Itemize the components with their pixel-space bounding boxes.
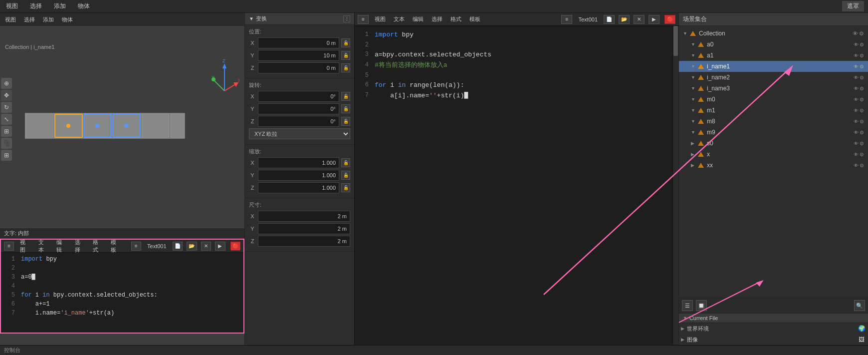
m0-filter-icon[interactable]: ⚙ xyxy=(860,97,864,102)
vp-menu-add[interactable]: 添加 xyxy=(41,15,56,24)
rot-z-lock-icon[interactable]: 🔓 xyxy=(341,117,350,126)
m0-arrow[interactable]: ▼ xyxy=(691,97,697,102)
scale-z-input[interactable] xyxy=(258,182,339,193)
mini-new-icon[interactable]: 📄 xyxy=(173,242,183,251)
mini-menu-format[interactable]: 格式 xyxy=(91,238,105,255)
editor-menu-template[interactable]: 模板 xyxy=(467,14,482,24)
collection-item-i-name2[interactable]: ▼ i_name2 👁 ⚙ xyxy=(679,72,868,83)
top-menu-item-object[interactable]: 物体 xyxy=(76,1,92,11)
rot-y-input[interactable] xyxy=(258,103,339,114)
collection-item-m8[interactable]: ▼ m8 👁 ⚙ xyxy=(679,116,868,127)
x-filter-icon[interactable]: ⚙ xyxy=(860,152,864,157)
rot-x-input[interactable] xyxy=(258,91,339,102)
m9-eye-icon[interactable]: 👁 xyxy=(854,130,859,135)
rot-y-lock-icon[interactable]: 🔓 xyxy=(341,104,350,113)
mini-menu-edit[interactable]: 编辑 xyxy=(54,238,68,255)
m0-eye-icon[interactable]: 👁 xyxy=(854,97,859,102)
m8-arrow[interactable]: ▼ xyxy=(691,119,697,124)
collection-root-item[interactable]: ▼ Collection 👁 ⚙ xyxy=(679,28,868,39)
collection-item-a0[interactable]: ▼ a0 👁 ⚙ xyxy=(679,39,868,50)
iname1-arrow[interactable]: ▼ xyxy=(691,64,697,69)
xx-filter-icon[interactable]: ⚙ xyxy=(860,163,864,168)
move-tool-icon[interactable]: ✥ xyxy=(1,90,12,101)
a0-filter-icon[interactable]: ⚙ xyxy=(860,42,864,47)
root-filter-icon[interactable]: ⚙ xyxy=(859,30,864,37)
top-menu-item-select[interactable]: 选择 xyxy=(28,1,44,11)
pos-y-input[interactable] xyxy=(258,50,339,61)
editor-menu-edit[interactable]: 编辑 xyxy=(411,14,426,24)
iname1-eye-icon[interactable]: 👁 xyxy=(854,64,859,69)
pos-z-input[interactable] xyxy=(258,62,339,73)
cursor-tool-icon[interactable]: ⊕ xyxy=(1,78,12,89)
pos-z-lock-icon[interactable]: 🔓 xyxy=(341,63,350,72)
vp-menu-object[interactable]: 物体 xyxy=(60,15,75,24)
size-y-input[interactable] xyxy=(258,223,350,234)
s0-arrow[interactable]: ▶ xyxy=(691,141,697,146)
transform-tool-icon[interactable]: ⊞ xyxy=(1,126,12,137)
m9-filter-icon[interactable]: ⚙ xyxy=(860,130,864,135)
iname1-filter-icon[interactable]: ⚙ xyxy=(860,64,864,69)
root-expand-arrow[interactable]: ▼ xyxy=(683,31,689,36)
camera-icon[interactable]: 🎥 xyxy=(1,138,12,149)
xx-eye-icon[interactable]: 👁 xyxy=(854,163,859,168)
rotate-tool-icon[interactable]: ↻ xyxy=(1,102,12,113)
scale-z-lock-icon[interactable]: 🔓 xyxy=(341,183,350,192)
scale-x-lock-icon[interactable]: 🔓 xyxy=(341,158,350,167)
world-arrow[interactable]: ▶ xyxy=(681,326,687,331)
s0-filter-icon[interactable]: ⚙ xyxy=(860,141,864,146)
mini-type-icon2[interactable]: ≡ xyxy=(131,242,141,251)
collection-item-s0[interactable]: ▶ s0 👁 ⚙ xyxy=(679,138,868,149)
a0-arrow[interactable]: ▼ xyxy=(691,42,697,47)
code-editor-area[interactable]: 1 import bpy 2 3 a=bpy.context.selected_… xyxy=(355,26,672,345)
root-eye-icon[interactable]: 👁 xyxy=(853,30,858,36)
editor-close-icon[interactable]: ✕ xyxy=(634,15,645,24)
size-x-input[interactable] xyxy=(258,211,350,222)
mini-close-icon[interactable]: ✕ xyxy=(201,242,211,251)
m8-eye-icon[interactable]: 👁 xyxy=(854,119,859,124)
collection-item-m9[interactable]: ▼ m9 👁 ⚙ xyxy=(679,127,868,138)
panel-collapse-icon[interactable]: ▼ xyxy=(249,16,254,21)
rot-z-input[interactable] xyxy=(258,116,339,127)
iname3-arrow[interactable]: ▼ xyxy=(691,86,697,91)
mini-editor-type-icon[interactable]: ≡ xyxy=(4,242,14,251)
mini-menu-text[interactable]: 文本 xyxy=(36,238,50,255)
collection-item-m0[interactable]: ▼ m0 👁 ⚙ xyxy=(679,94,868,105)
vp-menu-view[interactable]: 视图 xyxy=(3,15,18,24)
iname3-filter-icon[interactable]: ⚙ xyxy=(860,86,864,91)
a1-arrow[interactable]: ▼ xyxy=(691,53,697,58)
rt-icon-search[interactable]: 🔍 xyxy=(854,300,865,311)
editor-run-icon[interactable]: ▶ xyxy=(649,15,659,24)
editor-type-icon[interactable]: ≡ xyxy=(358,15,369,24)
scale-x-input[interactable] xyxy=(258,157,339,168)
euler-select[interactable]: XYZ 欧拉 xyxy=(249,128,350,139)
m1-filter-icon[interactable]: ⚙ xyxy=(860,108,864,113)
editor-menu-view[interactable]: 视图 xyxy=(373,14,388,24)
scale-y-lock-icon[interactable]: 🔓 xyxy=(341,171,350,180)
mini-open-icon[interactable]: 📂 xyxy=(187,242,197,251)
mini-menu-select[interactable]: 选择 xyxy=(73,238,87,255)
iname2-eye-icon[interactable]: 👁 xyxy=(854,75,859,80)
a0-eye-icon[interactable]: 👁 xyxy=(854,42,859,47)
a1-filter-icon[interactable]: ⚙ xyxy=(860,53,864,58)
m9-arrow[interactable]: ▼ xyxy=(691,130,697,135)
top-menu-item-add[interactable]: 添加 xyxy=(52,1,68,11)
editor-menu-format[interactable]: 格式 xyxy=(448,14,463,24)
scale-y-input[interactable] xyxy=(258,170,339,181)
iname2-arrow[interactable]: ▼ xyxy=(691,75,697,80)
render-mode-selector[interactable]: 遮罩 xyxy=(842,1,864,11)
collection-item-i-name3[interactable]: ▼ i_name3 👁 ⚙ xyxy=(679,83,868,94)
image-arrow[interactable]: ▶ xyxy=(681,337,687,342)
m1-eye-icon[interactable]: 👁 xyxy=(854,108,859,113)
editor-type-icon2[interactable]: ≡ xyxy=(561,15,572,24)
3d-object-bar[interactable] xyxy=(25,108,190,145)
collection-item-i-name1[interactable]: ▼ i_name1 👁 ⚙ xyxy=(679,61,868,72)
viewport-content[interactable]: Collection | i_name1 ⊕ ✥ ↻ ⤡ ⊞ 🎥 ⊞ xyxy=(0,26,244,345)
mini-editor-box[interactable]: ≡ 视图 文本 编辑 选择 格式 模板 ≡ Text001 📄 📂 xyxy=(0,239,244,334)
collection-item-m1[interactable]: ▼ m1 👁 ⚙ xyxy=(679,105,868,116)
image-item[interactable]: ▶ 图像 🖼 xyxy=(679,334,868,345)
scale-tool-icon[interactable]: ⤡ xyxy=(1,114,12,125)
top-menu-item-view[interactable]: 视图 xyxy=(4,1,20,11)
s0-eye-icon[interactable]: 👁 xyxy=(854,141,859,146)
mini-run-icon[interactable]: ▶ xyxy=(215,242,225,251)
pos-y-lock-icon[interactable]: 🔓 xyxy=(341,51,350,60)
